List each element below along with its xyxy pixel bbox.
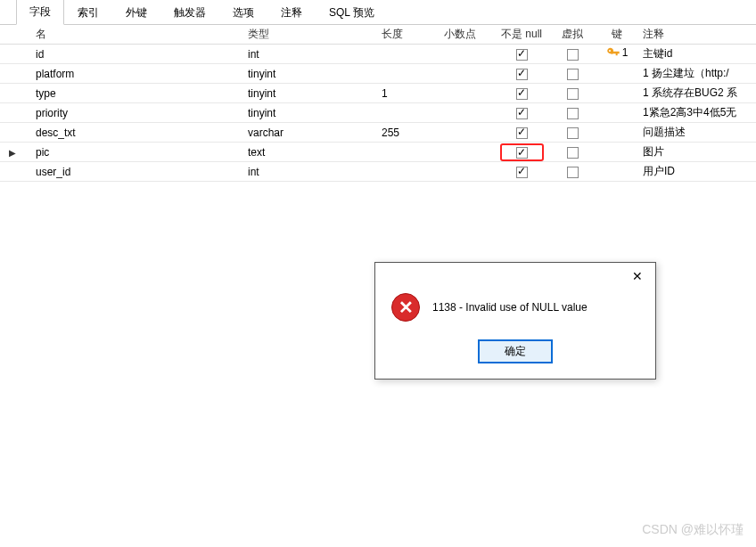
cell-type[interactable]: tinyint xyxy=(248,68,382,80)
tab-options[interactable]: 选项 xyxy=(219,0,267,25)
header-not-null[interactable]: 不是 null xyxy=(493,27,550,42)
checkbox-not-null[interactable] xyxy=(516,108,528,119)
table-row[interactable]: type tinyint 1 1 系统存在BUG2 系 xyxy=(0,84,756,103)
cell-comment[interactable]: 图片 xyxy=(639,144,756,159)
cell-comment[interactable]: 用户ID xyxy=(639,164,756,179)
tab-fields[interactable]: 字段 xyxy=(16,0,64,25)
table-row[interactable]: platform tinyint 1 扬尘建垃（http:/ xyxy=(0,64,756,84)
cell-type[interactable]: tinyint xyxy=(248,107,382,119)
fields-grid: 名 类型 长度 小数点 不是 null 虚拟 键 注释 id int 1 主键i… xyxy=(0,25,756,182)
cell-comment[interactable]: 问题描述 xyxy=(639,125,756,140)
tab-comments[interactable]: 注释 xyxy=(267,0,316,25)
checkbox-virtual[interactable] xyxy=(567,69,579,80)
checkbox-virtual[interactable] xyxy=(567,147,579,159)
table-row[interactable]: user_id int 用户ID xyxy=(0,162,756,182)
primary-key-icon: 1 xyxy=(606,45,629,60)
cell-type[interactable]: tinyint xyxy=(248,87,382,100)
not-null-highlight xyxy=(500,143,544,161)
watermark: CSDN @难以怀瑾 xyxy=(642,522,744,538)
cell-type[interactable]: int xyxy=(248,166,382,178)
cell-comment[interactable]: 1 扬尘建垃（http:/ xyxy=(639,66,756,81)
checkbox-virtual[interactable] xyxy=(567,108,579,119)
checkbox-not-null[interactable] xyxy=(516,127,528,139)
cell-length[interactable]: 255 xyxy=(382,127,444,139)
dialog-titlebar: ✕ xyxy=(375,263,655,290)
header-virtual[interactable]: 虚拟 xyxy=(550,27,595,42)
error-icon: ✕ xyxy=(391,293,420,322)
cell-comment[interactable]: 主键id xyxy=(639,46,756,61)
svg-point-0 xyxy=(609,50,611,52)
table-row[interactable]: id int 1 主键id xyxy=(0,45,756,64)
checkbox-virtual[interactable] xyxy=(567,167,579,178)
cell-type[interactable]: varchar xyxy=(248,127,382,139)
header-name[interactable]: 名 xyxy=(25,27,248,42)
tab-indexes[interactable]: 索引 xyxy=(64,0,112,25)
dialog-message: 1138 - Invalid use of NULL value xyxy=(432,301,588,314)
tab-sql-preview[interactable]: SQL 预览 xyxy=(316,0,388,25)
header-length[interactable]: 长度 xyxy=(382,27,444,42)
header-type[interactable]: 类型 xyxy=(248,27,382,42)
header-key[interactable]: 键 xyxy=(595,27,639,42)
cell-comment[interactable]: 1 系统存在BUG2 系 xyxy=(639,86,756,101)
cell-name[interactable]: id xyxy=(25,48,248,61)
checkbox-not-null[interactable] xyxy=(516,49,528,61)
tab-foreign-keys[interactable]: 外键 xyxy=(112,0,160,25)
checkbox-not-null[interactable] xyxy=(516,69,528,80)
checkbox-not-null[interactable] xyxy=(516,147,528,159)
cell-name[interactable]: user_id xyxy=(25,166,248,178)
table-row[interactable]: ▶ pic text 图片 xyxy=(0,143,756,162)
key-index: 1 xyxy=(622,46,629,59)
error-dialog: ✕ ✕ 1138 - Invalid use of NULL value 确定 xyxy=(374,262,656,380)
cell-comment[interactable]: 1紧急2高3中4低5无 xyxy=(639,105,756,120)
cell-name[interactable]: type xyxy=(25,87,248,100)
cell-name[interactable]: pic xyxy=(25,146,248,159)
tab-triggers[interactable]: 触发器 xyxy=(160,0,219,25)
cell-length[interactable]: 1 xyxy=(382,87,444,100)
cell-name[interactable]: priority xyxy=(25,107,248,119)
ok-button[interactable]: 确定 xyxy=(478,339,553,363)
cell-name[interactable]: platform xyxy=(25,68,248,80)
cell-type[interactable]: int xyxy=(248,48,382,61)
header-decimal[interactable]: 小数点 xyxy=(444,27,493,42)
table-row[interactable]: desc_txt varchar 255 问题描述 xyxy=(0,123,756,143)
checkbox-virtual[interactable] xyxy=(567,88,579,100)
checkbox-not-null[interactable] xyxy=(516,167,528,178)
cell-name[interactable]: desc_txt xyxy=(25,127,248,139)
grid-header-row: 名 类型 长度 小数点 不是 null 虚拟 键 注释 xyxy=(0,25,756,45)
tabs-bar: 字段 索引 外键 触发器 选项 注释 SQL 预览 xyxy=(0,0,756,25)
close-button[interactable]: ✕ xyxy=(620,264,655,289)
table-row[interactable]: priority tinyint 1紧急2高3中4低5无 xyxy=(0,103,756,123)
checkbox-not-null[interactable] xyxy=(516,88,528,100)
checkbox-virtual[interactable] xyxy=(567,49,579,61)
checkbox-virtual[interactable] xyxy=(567,127,579,139)
row-selected-marker-icon: ▶ xyxy=(9,148,16,158)
header-comment[interactable]: 注释 xyxy=(639,27,756,42)
cell-type[interactable]: text xyxy=(248,146,382,159)
